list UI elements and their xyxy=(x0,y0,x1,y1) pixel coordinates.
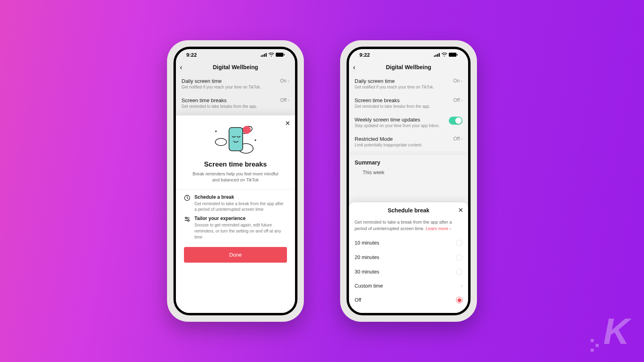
chevron-right-icon: › xyxy=(461,136,462,142)
phone-screen: 9:22 ‹ Digital Wellbeing Daily screen ti… xyxy=(349,49,468,313)
status-icons xyxy=(434,53,458,57)
setting-subtitle: Limit potentially inappropriate content. xyxy=(355,143,422,147)
svg-rect-18 xyxy=(449,53,456,57)
done-button[interactable]: Done xyxy=(184,247,287,263)
phone-bezel: 9:22 ‹ Digital Wellbeing Daily screen ti… xyxy=(173,47,297,315)
radio-selected xyxy=(456,297,462,303)
back-button[interactable]: ‹ xyxy=(180,63,182,72)
svg-rect-5 xyxy=(284,54,285,56)
option-label: Custom time xyxy=(355,283,383,289)
setting-subtitle: Get notified if you reach your time on T… xyxy=(182,85,261,89)
summary-section: Summary This week xyxy=(349,155,468,177)
setting-value: On› xyxy=(453,78,462,84)
option-10-minutes[interactable]: 10 minutes xyxy=(355,236,462,250)
sliders-icon xyxy=(184,216,190,240)
status-time: 9:22 xyxy=(359,52,370,58)
summary-range: This week xyxy=(363,170,462,175)
setting-title: Weekly screen time updates xyxy=(355,117,440,123)
page-title: Digital Wellbeing xyxy=(213,64,258,70)
battery-icon xyxy=(449,53,458,57)
option-30-minutes[interactable]: 30 minutes xyxy=(355,265,462,279)
feature-schedule-break: Schedule a break Get reminded to take a … xyxy=(184,194,287,212)
radio-unselected xyxy=(456,240,462,246)
svg-rect-19 xyxy=(457,54,458,56)
close-button[interactable]: ✕ xyxy=(458,206,463,214)
feature-subtitle: Snooze to get reminded again, edit futur… xyxy=(194,222,287,240)
phone-bezel: 9:22 ‹ Digital Wellbeing Daily screen ti… xyxy=(347,47,471,315)
setting-title: Daily screen time xyxy=(355,78,434,84)
setting-screen-time-breaks[interactable]: Screen time breaks Get reminded to take … xyxy=(176,93,295,113)
wifi-icon xyxy=(442,53,447,57)
clock-icon xyxy=(184,195,190,212)
summary-heading: Summary xyxy=(355,159,462,166)
svg-point-12 xyxy=(186,217,187,219)
setting-title: Screen time breaks xyxy=(182,97,257,103)
svg-rect-4 xyxy=(276,53,283,57)
svg-rect-1 xyxy=(262,55,264,57)
page-title: Digital Wellbeing xyxy=(386,64,431,70)
setting-screen-time-breaks[interactable]: Screen time breaks Get reminded to take … xyxy=(349,93,468,113)
battery-icon xyxy=(276,53,285,57)
status-time: 9:22 xyxy=(186,52,197,58)
radio-unselected xyxy=(456,269,462,275)
sheet-description: Get reminded to take a break from the ap… xyxy=(355,219,462,232)
top-nav: ‹ Digital Wellbeing xyxy=(349,60,468,74)
feature-subtitle: Get reminded to take a break from the ap… xyxy=(194,201,287,212)
svg-point-13 xyxy=(188,220,189,221)
setting-restricted-mode[interactable]: Restricted Mode Limit potentially inappr… xyxy=(349,132,468,151)
signal-icon xyxy=(261,53,267,57)
option-label: 20 minutes xyxy=(355,255,379,260)
chevron-right-icon: › xyxy=(461,78,462,84)
svg-rect-3 xyxy=(266,53,267,57)
setting-value: Off› xyxy=(453,97,462,103)
setting-subtitle: Stay updated on your time from your app … xyxy=(355,123,440,128)
sheet-title: Schedule break xyxy=(355,207,462,214)
setting-title: Restricted Mode xyxy=(355,136,422,142)
option-off[interactable]: Off xyxy=(355,293,462,307)
feature-title: Tailor your experience xyxy=(194,216,287,221)
setting-subtitle: Get notified if you reach your time on T… xyxy=(355,85,434,89)
screen-time-breaks-sheet: ✕ Screen time breaks Break reminders hel xyxy=(176,115,295,313)
sheet-title: Screen time breaks xyxy=(182,160,289,169)
setting-subtitle: Get reminded to take breaks from the app… xyxy=(182,104,257,109)
learn-more-link[interactable]: Learn more › xyxy=(426,226,451,231)
setting-subtitle: Get reminded to take breaks from the app… xyxy=(355,104,430,109)
setting-weekly-updates[interactable]: Weekly screen time updates Stay updated … xyxy=(349,113,468,132)
back-button[interactable]: ‹ xyxy=(353,63,355,72)
svg-rect-0 xyxy=(261,56,262,57)
setting-daily-screen-time[interactable]: Daily screen time Get notified if you re… xyxy=(349,74,468,93)
setting-title: Screen time breaks xyxy=(355,97,430,103)
phone-right: 9:22 ‹ Digital Wellbeing Daily screen ti… xyxy=(340,40,477,322)
close-button[interactable]: ✕ xyxy=(285,119,290,127)
option-custom-time[interactable]: Custom time › xyxy=(355,279,462,293)
schedule-break-sheet: ✕ Schedule break Get reminded to take a … xyxy=(349,202,468,313)
option-label: Off xyxy=(355,297,361,303)
setting-daily-screen-time[interactable]: Daily screen time Get notified if you re… xyxy=(176,74,295,93)
chevron-right-icon: › xyxy=(288,78,289,84)
svg-rect-10 xyxy=(229,128,243,151)
chevron-right-icon: › xyxy=(461,97,462,103)
feature-title: Schedule a break xyxy=(194,194,287,200)
setting-value: On› xyxy=(280,78,289,84)
option-20-minutes[interactable]: 20 minutes xyxy=(355,250,462,265)
wifi-icon xyxy=(268,53,274,57)
top-nav: ‹ Digital Wellbeing xyxy=(176,60,295,74)
svg-rect-14 xyxy=(434,56,435,57)
sheet-subtitle: Break reminders help you feel more mindf… xyxy=(190,171,281,183)
radio-unselected xyxy=(456,254,462,261)
settings-list: Daily screen time Get notified if you re… xyxy=(349,74,468,177)
svg-point-9 xyxy=(243,126,251,134)
chevron-right-icon: › xyxy=(461,283,462,289)
svg-point-6 xyxy=(215,138,227,146)
toggle-on[interactable] xyxy=(449,117,462,125)
setting-value: Off› xyxy=(280,97,289,103)
svg-rect-2 xyxy=(264,54,265,57)
watermark-logo: ▪ ▪▪ K xyxy=(590,311,628,352)
option-label: 10 minutes xyxy=(355,240,379,246)
phone-screen: 9:22 ‹ Digital Wellbeing Daily screen ti… xyxy=(176,49,295,313)
chevron-right-icon: › xyxy=(288,97,289,103)
status-bar: 9:22 xyxy=(349,49,468,60)
option-label: 30 minutes xyxy=(355,269,379,275)
svg-rect-15 xyxy=(436,55,437,57)
setting-value: Off› xyxy=(453,136,462,142)
